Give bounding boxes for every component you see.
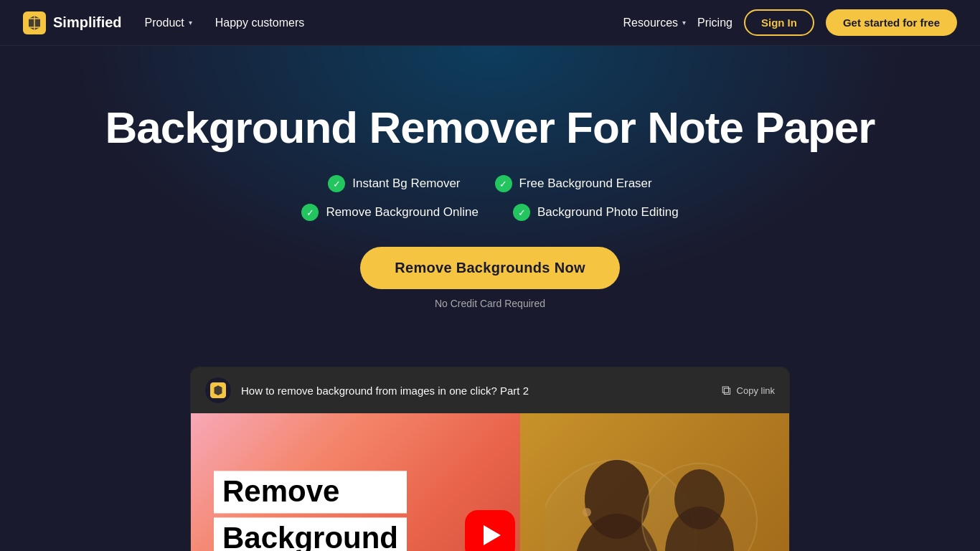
copy-link-button[interactable]: ⧉ Copy link: [722, 383, 775, 398]
features-row-top: ✓ Instant Bg Remover ✓ Free Background E…: [23, 175, 957, 192]
product-chevron-icon: ▾: [189, 19, 192, 27]
video-person-silhouette: [545, 420, 760, 551]
feature-instant-bg: ✓ Instant Bg Remover: [328, 175, 460, 192]
remove-backgrounds-button[interactable]: Remove Backgrounds Now: [360, 247, 620, 289]
feature-remove-online-label: Remove Background Online: [326, 205, 479, 220]
feature-free-eraser-label: Free Background Eraser: [519, 176, 652, 191]
video-logo-circle: [205, 377, 231, 403]
simplified-logo-icon: [23, 11, 46, 34]
resources-chevron-icon: ▾: [682, 19, 686, 27]
copy-link-icon: ⧉: [722, 383, 731, 398]
feature-free-eraser: ✓ Free Background Eraser: [495, 175, 652, 192]
nav-resources-label: Resources: [623, 17, 678, 29]
feature-photo-editing-label: Background Photo Editing: [537, 205, 679, 220]
video-title: How to remove background from images in …: [241, 385, 529, 397]
video-text-overlay: Remove Background in one click: [214, 471, 407, 551]
nav-happy-customers-label: Happy customers: [215, 17, 305, 29]
getstarted-button[interactable]: Get started for free: [826, 9, 957, 36]
features-row-bottom: ✓ Remove Background Online ✓ Background …: [23, 204, 957, 221]
nav-product-link[interactable]: Product ▾: [145, 17, 192, 29]
person-svg: [545, 428, 760, 551]
check-icon-remove-online: ✓: [301, 204, 319, 221]
check-icon-photo-editing: ✓: [513, 204, 530, 221]
video-header: How to remove background from images in …: [191, 367, 789, 413]
cta-section: Remove Backgrounds Now No Credit Card Re…: [23, 247, 957, 309]
feature-remove-online: ✓ Remove Background Online: [301, 204, 479, 221]
nav-right: Resources ▾ Pricing Sign In Get started …: [623, 9, 957, 36]
nav-pricing-label: Pricing: [697, 17, 732, 29]
video-header-left: How to remove background from images in …: [205, 377, 529, 403]
check-icon-free-eraser: ✓: [495, 175, 512, 192]
signin-button[interactable]: Sign In: [744, 9, 814, 36]
hero-section: Background Remover For Note Paper ✓ Inst…: [0, 46, 980, 338]
nav-left: Simplified Product ▾ Happy customers: [23, 11, 304, 34]
video-thumbnail[interactable]: Remove Background in one click: [191, 413, 789, 551]
nav-product-label: Product: [145, 17, 184, 29]
logo-link[interactable]: Simplified: [23, 11, 122, 34]
video-play-button[interactable]: [465, 510, 515, 551]
video-container: How to remove background from images in …: [190, 367, 790, 551]
video-section: How to remove background from images in …: [167, 367, 813, 551]
video-remove-label: Remove: [214, 471, 407, 513]
nav-resources-link[interactable]: Resources ▾: [623, 17, 686, 29]
logo-text: Simplified: [53, 14, 122, 31]
play-triangle-icon: [484, 525, 501, 545]
svg-point-5: [583, 508, 591, 517]
hero-title: Background Remover For Note Paper: [23, 103, 957, 152]
feature-instant-bg-label: Instant Bg Remover: [352, 176, 460, 191]
nav-pricing-link[interactable]: Pricing: [697, 17, 732, 29]
video-logo-icon: [210, 382, 226, 398]
feature-photo-editing: ✓ Background Photo Editing: [513, 204, 679, 221]
nav-happy-customers-link[interactable]: Happy customers: [215, 17, 305, 29]
check-icon-instant-bg: ✓: [328, 175, 345, 192]
no-credit-label: No Credit Card Required: [435, 298, 545, 309]
copy-link-label: Copy link: [737, 385, 775, 396]
navbar: Simplified Product ▾ Happy customers Res…: [0, 0, 980, 46]
video-background-label: Background: [214, 517, 407, 551]
